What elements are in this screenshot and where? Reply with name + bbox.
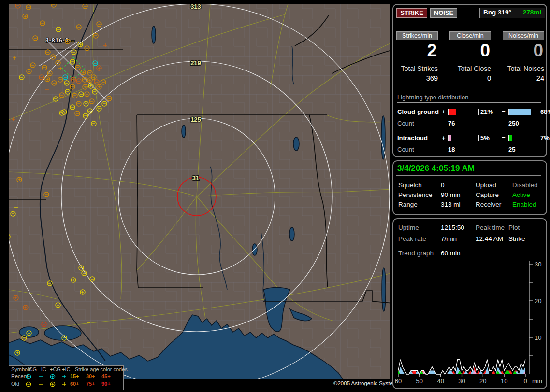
cg-minus-count: 250 (508, 120, 519, 127)
total-strikes-value: 369 (396, 74, 438, 82)
total-noises-value: 24 (503, 74, 544, 82)
total-noises-label: Total Noises (503, 65, 544, 72)
close-per-min-value: 0 (449, 41, 490, 61)
upload-status: Disabled (512, 182, 538, 189)
bearing-display: Bng 319° 278mi (479, 8, 545, 18)
storm-cell-label: J-816-2-– (45, 37, 75, 44)
legend-symbol-posCG (50, 381, 56, 387)
cg-count-label: Count (397, 120, 414, 127)
capture-status: Active (512, 191, 530, 198)
plot-label: Plot (508, 224, 520, 231)
trend-box: Uptime 1215:50 Peak time Plot Peak rate … (392, 218, 547, 389)
trend-xtick: 10 (501, 378, 507, 385)
legend-age-60plus: 60+ (70, 381, 79, 387)
trend-ytick: 10 (535, 334, 541, 341)
peak-rate-value: 7/min (441, 235, 457, 242)
ring-label-219: 219 (190, 59, 201, 67)
legend-col-ic-pos: +IC (62, 366, 70, 372)
upload-label: Upload (476, 182, 496, 189)
distribution-title: Lightning type distribution (397, 94, 541, 103)
plus-sign: + (442, 108, 446, 115)
copyright-text: ©2005 Astrogenic Systems (333, 380, 400, 386)
trend-ytick: 20 (535, 297, 541, 305)
legend-title-age: Strike age color codes (75, 366, 128, 372)
ic-count-label: Count (397, 146, 414, 153)
peak-time-label: Peak time (476, 224, 505, 231)
peak-rate-label: Peak rate (398, 235, 426, 242)
trend-graph-label: Trend graph (398, 250, 434, 257)
symbols-legend: Symbols -CG -IC +CG +IC Strike age color… (9, 365, 124, 390)
legend-symbol-posIC (61, 381, 67, 387)
receiver-label: Receiver (476, 201, 501, 208)
ic-minus-percent: 7% (540, 134, 550, 141)
noises-per-min-badge: Noises/min (503, 31, 544, 40)
strike-tab-button[interactable]: STRIKE (396, 8, 427, 18)
total-close-label: Total Close (449, 65, 491, 72)
trend-xlabel: min (532, 378, 542, 385)
bearing-value: Bng 319° (483, 9, 511, 17)
squelch-label: Squelch (398, 182, 422, 189)
range-value: 313 mi (441, 201, 461, 208)
plus-sign: + (442, 134, 446, 141)
plot-value: Strike (508, 235, 525, 242)
legend-symbol-negIC (38, 374, 44, 379)
map-canvas[interactable]: J-816-2-– 31321912531 (9, 4, 390, 379)
cloud-ground-label: Cloud-ground (397, 108, 439, 115)
strikes-per-min-badge: Strikes/min (396, 31, 438, 40)
range-label: Range (398, 201, 418, 208)
minus-sign: − (502, 108, 506, 115)
ring-label-313: 313 (190, 4, 201, 10)
legend-row-old: Old60+75+90+ (9, 381, 123, 389)
legend-symbol-posCG (50, 374, 56, 379)
legend-col-cg-pos: +CG (50, 366, 61, 372)
ic-minus-count: 25 (508, 146, 515, 153)
persistence-label: Persistence (398, 191, 433, 198)
total-strikes-label: Total Strikes (396, 65, 438, 72)
trend-xtick: 30 (458, 378, 465, 385)
legend-col-cg-neg: -CG (27, 366, 37, 372)
trend-axis (398, 261, 533, 377)
trend-ytick: 30 (535, 261, 541, 268)
legend-col-ic-neg: -IC (39, 366, 46, 372)
legend-symbol-negCG (26, 374, 31, 379)
legend-symbol-posIC (61, 374, 67, 379)
bearing-range-value: 278mi (523, 9, 541, 17)
uptime-label: Uptime (398, 224, 419, 231)
close-per-min-badge: Close/min (449, 31, 491, 40)
ring-label-125: 125 (190, 116, 201, 123)
datetime-display: 3/4/2026 4:05:19 AM (397, 164, 475, 173)
legend-row-recent: Recent15+30+45+ (9, 373, 123, 381)
persistence-value: 90 min (441, 191, 461, 198)
cg-plus-count: 76 (448, 120, 455, 127)
trend-xtick: 50 (416, 378, 423, 385)
cg-minus-bar (508, 109, 539, 115)
cg-plus-percent: 21% (480, 108, 493, 115)
squelch-value: 0 (441, 182, 445, 189)
trend-xtick: 60 (395, 378, 402, 385)
cg-plus-bar (448, 109, 479, 115)
legend-age-45plus: 45+ (101, 373, 111, 379)
legend-age-90plus: 90+ (101, 381, 111, 387)
trend-graph-chart: 1020306050403020100min (394, 257, 546, 387)
cg-minus-percent: 68% (540, 108, 550, 115)
capture-label: Capture (476, 191, 499, 198)
strike-stats-box: STRIKE NOISE Bng 319° 278mi Strikes/min … (392, 4, 547, 157)
legend-symbol-negIC (38, 381, 44, 387)
trend-xtick: 20 (479, 378, 486, 385)
noises-per-min-value: 0 (503, 41, 543, 61)
intracloud-label: Intracloud (397, 134, 428, 141)
uptime-value: 1215:50 (441, 224, 464, 231)
receiver-status: Enabled (512, 201, 536, 208)
noise-tab-button[interactable]: NOISE (430, 8, 457, 18)
ic-minus-bar (508, 135, 539, 141)
divider (396, 175, 541, 176)
strikes-per-min-value: 2 (396, 41, 437, 61)
legend-age-75plus: 75+ (86, 381, 95, 387)
legend-symbol-negCG (26, 381, 31, 387)
legend-age-30plus: 30+ (86, 373, 95, 379)
legend-age-15plus: 15+ (70, 373, 79, 379)
trend-graph-value: 60 min (441, 250, 461, 257)
minus-sign: − (502, 134, 506, 141)
map-svg: J-816-2-– 31321912531 (9, 4, 390, 379)
total-close-value: 0 (449, 74, 491, 82)
